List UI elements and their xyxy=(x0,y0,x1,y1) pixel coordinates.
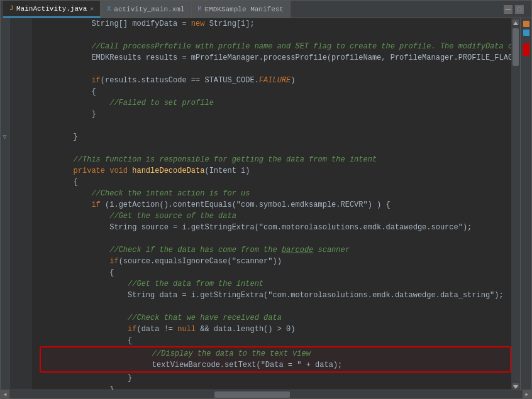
fold-marker-12[interactable] xyxy=(1,143,9,154)
fold-marker-32[interactable] xyxy=(1,369,9,380)
svg-marker-1 xyxy=(513,385,518,389)
fold-marker-25[interactable] xyxy=(1,290,9,301)
tab-bar: J MainActivity.java ✕ X activity_main.xm… xyxy=(1,1,531,18)
code-line-20 xyxy=(37,233,511,244)
maximize-button[interactable]: □ xyxy=(515,5,524,14)
code-line-23: { xyxy=(37,267,511,278)
code-line-29: { xyxy=(37,335,511,346)
close-tab-main[interactable]: ✕ xyxy=(90,5,94,13)
fold-marker-31[interactable] xyxy=(1,358,9,369)
code-line-18: //Get the source of the data xyxy=(37,210,511,222)
highlighted-code-block: //Display the data to the text view text… xyxy=(40,346,511,373)
horizontal-scroll-thumb[interactable] xyxy=(214,391,290,398)
line-num-17 xyxy=(9,199,30,210)
main-window: J MainActivity.java ✕ X activity_main.xm… xyxy=(0,0,532,399)
line-num-3 xyxy=(9,41,30,52)
code-line-33: } xyxy=(37,384,511,390)
line-num-15 xyxy=(9,177,30,188)
line-num-7 xyxy=(9,86,30,97)
fold-gutter: ▽ xyxy=(1,18,9,390)
line-num-28 xyxy=(9,324,30,335)
line-num-31 xyxy=(9,358,30,369)
fold-marker-29[interactable] xyxy=(1,335,9,346)
code-line-24: //Get the data from the intent xyxy=(37,278,511,290)
fold-marker-2[interactable] xyxy=(1,30,9,41)
vertical-scrollbar[interactable] xyxy=(511,18,520,390)
fold-marker-26[interactable] xyxy=(1,301,9,312)
fold-marker-30[interactable] xyxy=(1,346,9,358)
code-line-9: } xyxy=(37,109,511,120)
line-num-12 xyxy=(9,143,30,154)
fold-marker-17[interactable] xyxy=(1,199,9,210)
manifest-file-icon: M xyxy=(198,6,202,13)
tab-activity-xml[interactable]: X activity_main.xml xyxy=(101,1,191,18)
code-line-10 xyxy=(37,120,511,131)
fold-marker-10[interactable] xyxy=(1,120,9,131)
scroll-thumb[interactable] xyxy=(513,28,519,66)
line-num-2 xyxy=(9,30,30,41)
fold-marker-23[interactable] xyxy=(1,267,9,278)
tab-label-main: MainActivity.java xyxy=(16,5,87,13)
fold-marker-5[interactable] xyxy=(1,63,9,75)
line-num-22 xyxy=(9,256,30,267)
fold-marker-21[interactable] xyxy=(1,244,9,256)
line-num-25 xyxy=(9,290,30,301)
code-line-22: if(source.equalsIgnoreCase("scanner")) xyxy=(37,256,511,267)
fold-marker-22[interactable] xyxy=(1,256,9,267)
fold-marker-8[interactable] xyxy=(1,97,9,109)
fold-marker-28[interactable] xyxy=(1,324,9,335)
fold-marker-9[interactable] xyxy=(1,109,9,120)
line-num-32 xyxy=(9,369,30,380)
line-num-19 xyxy=(9,222,30,233)
fold-marker-24[interactable] xyxy=(1,278,9,290)
line-num-20 xyxy=(9,233,30,244)
code-line-16: //Check the intent action is for us xyxy=(37,188,511,199)
code-line-14: private void handleDecodeData(Intent i) xyxy=(37,165,511,177)
line-num-11 xyxy=(9,131,30,143)
fold-marker-14[interactable] xyxy=(1,165,9,177)
indicator-error xyxy=(523,43,529,56)
fold-marker-19[interactable] xyxy=(1,222,9,233)
line-num-10 xyxy=(9,120,30,131)
scroll-right-button[interactable]: ▶ xyxy=(523,390,531,399)
code-line-17: if (i.getAction().contentEquals("com.sym… xyxy=(37,199,511,210)
scroll-left-button[interactable]: ◀ xyxy=(1,390,9,399)
code-line-32: } xyxy=(37,373,511,384)
code-line-3: //Call processPrfofile with profile name… xyxy=(37,41,511,52)
scroll-down-button[interactable] xyxy=(513,383,519,388)
fold-marker-15[interactable] xyxy=(1,177,9,188)
fold-marker-1[interactable] xyxy=(1,18,9,30)
fold-marker-27[interactable] xyxy=(1,312,9,324)
right-sidebar-indicators xyxy=(520,18,531,390)
line-num-26 xyxy=(9,301,30,312)
line-numbers xyxy=(9,18,32,390)
tab-manifest[interactable]: M EMDKSample Manifest xyxy=(192,1,291,18)
fold-marker-20[interactable] xyxy=(1,233,9,244)
code-line-19: String source = i.getStringExtra("com.mo… xyxy=(37,222,511,233)
line-num-6 xyxy=(9,75,30,86)
fold-marker-16[interactable] xyxy=(1,188,9,199)
line-num-9 xyxy=(9,109,30,120)
code-line-7: { xyxy=(37,86,511,97)
code-editor[interactable]: String[] modifyData = new String[1]; //C… xyxy=(32,18,511,390)
tab-main-activity[interactable]: J MainActivity.java ✕ xyxy=(3,1,101,18)
fold-marker-11[interactable]: ▽ xyxy=(1,131,9,143)
minimize-button[interactable]: — xyxy=(504,5,513,14)
tab-label-manifest: EMDKSample Manifest xyxy=(205,6,284,13)
xml-file-icon: X xyxy=(107,6,111,13)
fold-marker-13[interactable] xyxy=(1,154,9,165)
fold-marker-7[interactable] xyxy=(1,86,9,97)
bottom-scrollbar[interactable]: ◀ ▶ xyxy=(1,390,531,398)
fold-marker-3[interactable] xyxy=(1,41,9,52)
fold-marker-4[interactable] xyxy=(1,52,9,63)
line-num-21 xyxy=(9,244,30,256)
line-num-13 xyxy=(9,154,30,165)
scroll-up-button[interactable] xyxy=(513,19,519,25)
fold-marker-6[interactable] xyxy=(1,75,9,86)
horizontal-scroll-track[interactable] xyxy=(9,390,523,398)
code-line-6: if(results.statusCode == STATUS_CODE.FAI… xyxy=(37,75,511,86)
code-line-27: //Check that we have received data xyxy=(37,312,511,324)
code-line-25: String data = i.getStringExtra("com.moto… xyxy=(37,290,511,301)
fold-marker-18[interactable] xyxy=(1,210,9,222)
code-line-2 xyxy=(37,30,511,41)
